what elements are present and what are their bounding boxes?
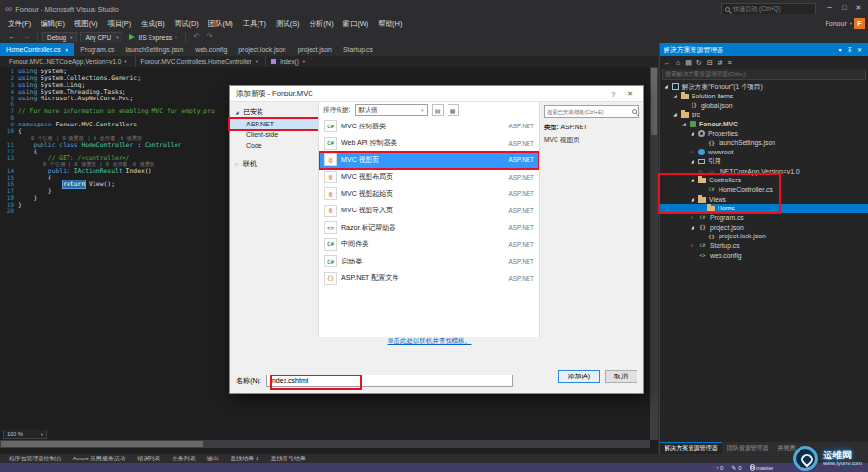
current-branch-indicator[interactable]: master bbox=[749, 464, 773, 471]
pin-icon[interactable]: ⊼ bbox=[846, 46, 854, 53]
template-search-input[interactable] bbox=[547, 109, 630, 115]
close-tab-icon[interactable]: ✕ bbox=[65, 47, 69, 53]
collapse-all-icon[interactable]: ⊟ bbox=[707, 59, 713, 67]
undo-icon[interactable]: ↶ bbox=[191, 31, 202, 42]
menu-item[interactable]: 窗口(W) bbox=[339, 17, 374, 30]
tree-arrow-icon[interactable] bbox=[690, 243, 695, 248]
template-item[interactable]: <> Razor 标记帮助器 ASP.NET bbox=[319, 219, 539, 236]
close-icon[interactable]: ✕ bbox=[623, 90, 637, 97]
menu-item[interactable]: 视图(V) bbox=[69, 17, 103, 30]
menu-item[interactable]: 测试(S) bbox=[271, 17, 305, 30]
template-item[interactable]: {} ASP.NET 配置文件 ASP.NET bbox=[319, 270, 539, 288]
type-dropdown[interactable]: Fonour.MVC.Controllers.HomeController ▾ bbox=[136, 56, 266, 67]
document-tab[interactable]: project.lock.json ✕ bbox=[232, 43, 291, 56]
document-tab[interactable]: HomeController.cs ✕ bbox=[0, 43, 74, 56]
maximize-button[interactable]: □ bbox=[837, 1, 852, 14]
show-all-files-icon[interactable]: ▤ bbox=[685, 59, 692, 67]
go-online-link[interactable]: 单击此处以联机并查找模板。 bbox=[318, 337, 540, 346]
menu-item[interactable]: 团队(M) bbox=[203, 17, 238, 30]
tree-item[interactable]: src bbox=[660, 110, 868, 120]
zoom-level-dropdown[interactable]: 100 % ▾ bbox=[3, 430, 47, 439]
tree-arrow-icon[interactable] bbox=[690, 159, 695, 164]
menu-item[interactable]: 文件(F) bbox=[3, 17, 36, 30]
menu-item[interactable]: 帮助(H) bbox=[373, 17, 407, 30]
quick-launch-search[interactable]: 快速启动 (Ctrl+Q) bbox=[721, 3, 816, 14]
template-item[interactable]: C# 启动类 ASP.NET bbox=[319, 253, 539, 270]
tree-item[interactable]: Properties bbox=[660, 128, 868, 138]
tree-arrow-icon[interactable] bbox=[690, 131, 695, 136]
add-button[interactable]: 添加(A) bbox=[558, 370, 600, 383]
refresh-icon[interactable]: ↻ bbox=[696, 59, 702, 67]
minimize-button[interactable]: ─ bbox=[823, 1, 837, 14]
close-icon[interactable]: ✕ bbox=[855, 46, 864, 53]
tool-window-tab[interactable]: 查找符号结果 bbox=[265, 455, 311, 463]
solution-search-input[interactable] bbox=[662, 69, 866, 80]
tree-item[interactable]: Program.cs bbox=[660, 213, 868, 223]
tree-item[interactable]: Solution Items bbox=[660, 92, 868, 101]
template-item[interactable]: @ MVC 视图页 ASP.NET bbox=[319, 152, 539, 169]
tree-item[interactable]: web.config bbox=[660, 250, 868, 260]
tree-item[interactable]: wwwroot bbox=[660, 148, 868, 157]
scrollbar-thumb[interactable] bbox=[651, 68, 657, 135]
category-item[interactable]: ASP.NET bbox=[230, 119, 318, 129]
tree-arrow-icon[interactable] bbox=[690, 215, 695, 220]
document-tab[interactable]: launchSettings.json ✕ bbox=[121, 43, 190, 56]
home-icon[interactable]: ⌂ bbox=[676, 59, 680, 66]
navigate-backward-icon[interactable]: ← bbox=[6, 31, 17, 42]
template-item[interactable]: @ MVC 视图导入页 ASP.NET bbox=[319, 203, 539, 220]
tree-item[interactable]: project.json bbox=[660, 222, 868, 232]
project-dropdown[interactable]: Fonour.MVC..NETCoreApp,Version=v1.0 ▾ bbox=[4, 56, 136, 67]
tool-window-tab[interactable]: 输出 bbox=[203, 455, 224, 463]
installed-node[interactable]: 已安装 bbox=[230, 105, 318, 119]
help-icon[interactable]: ? bbox=[608, 91, 619, 97]
solution-configurations-dropdown[interactable]: Debug ▾ bbox=[42, 32, 77, 42]
template-item[interactable]: C# MVC 控制器类 ASP.NET bbox=[319, 118, 539, 135]
scrollbar-thumb[interactable] bbox=[1, 441, 203, 447]
tree-arrow-icon[interactable] bbox=[664, 84, 669, 89]
account-menu[interactable]: Fonour ▾ F bbox=[826, 18, 865, 29]
pending-changes-indicator[interactable]: ✎ 0 bbox=[731, 464, 741, 471]
unpushed-commits-indicator[interactable]: ↑ 0 bbox=[716, 465, 723, 471]
tree-arrow-icon[interactable] bbox=[690, 225, 695, 230]
chevron-down-icon[interactable]: ▾ bbox=[837, 46, 844, 53]
navigate-forward-icon[interactable]: → bbox=[20, 31, 32, 42]
start-debugging-button[interactable]: IIS Express ▾ bbox=[125, 34, 180, 41]
member-dropdown[interactable]: Index() ▾ bbox=[266, 56, 312, 67]
menu-item[interactable]: 分析(N) bbox=[305, 17, 339, 30]
tool-window-tab[interactable]: Azure 应用服务活动 bbox=[68, 455, 130, 463]
menu-item[interactable]: 调试(D) bbox=[170, 17, 203, 30]
document-tab[interactable]: web.config ✕ bbox=[189, 43, 232, 56]
close-button[interactable]: ✕ bbox=[852, 1, 866, 14]
menu-item[interactable]: 生成(B) bbox=[136, 17, 170, 30]
sync-with-active-document-icon[interactable]: ⇄ bbox=[718, 59, 723, 67]
sort-dropdown[interactable]: 默认值 ▾ bbox=[355, 104, 428, 116]
tool-window-tab[interactable]: 程序包管理器控制台 bbox=[4, 455, 67, 463]
solution-platforms-dropdown[interactable]: Any CPU ▾ bbox=[80, 32, 122, 42]
template-item[interactable]: C# 中间件类 ASP.NET bbox=[319, 236, 539, 254]
medium-icons-view-button[interactable]: ▦ bbox=[448, 104, 459, 116]
cancel-button[interactable]: 取消 bbox=[605, 370, 637, 383]
tree-item[interactable]: 解决方案“Fonour”(1 个项目) bbox=[660, 82, 868, 92]
small-icons-view-button[interactable]: ▤ bbox=[432, 104, 444, 116]
tree-item[interactable]: project.lock.json bbox=[660, 232, 868, 241]
template-item[interactable]: @ MVC 视图起始页 ASP.NET bbox=[319, 185, 539, 203]
tree-item[interactable]: 引用 bbox=[660, 157, 868, 167]
template-item[interactable]: C# Web API 控制器类 ASP.NET bbox=[319, 135, 539, 153]
tree-arrow-icon[interactable] bbox=[672, 94, 678, 98]
horizontal-scrollbar[interactable] bbox=[0, 440, 650, 448]
tree-item[interactable]: Fonour.MVC bbox=[660, 120, 868, 129]
online-node[interactable]: 联机 bbox=[230, 157, 318, 171]
menu-item[interactable]: 工具(T) bbox=[238, 17, 271, 30]
tree-arrow-icon[interactable] bbox=[690, 150, 695, 154]
tool-window-tab[interactable]: 任务列表 bbox=[167, 455, 200, 463]
tree-item[interactable]: global.json bbox=[660, 100, 868, 110]
redo-icon[interactable]: ↷ bbox=[204, 31, 215, 42]
category-item[interactable]: Code bbox=[230, 140, 318, 151]
properties-icon[interactable]: ≡ bbox=[727, 59, 731, 66]
tree-arrow-icon[interactable] bbox=[672, 112, 678, 117]
vertical-scrollbar[interactable] bbox=[650, 67, 658, 440]
category-item[interactable]: Client-side bbox=[230, 129, 318, 140]
tool-window-tab[interactable]: 错误列表 bbox=[132, 455, 165, 463]
tree-arrow-icon[interactable] bbox=[681, 122, 687, 126]
back-icon[interactable]: ← bbox=[665, 59, 671, 66]
